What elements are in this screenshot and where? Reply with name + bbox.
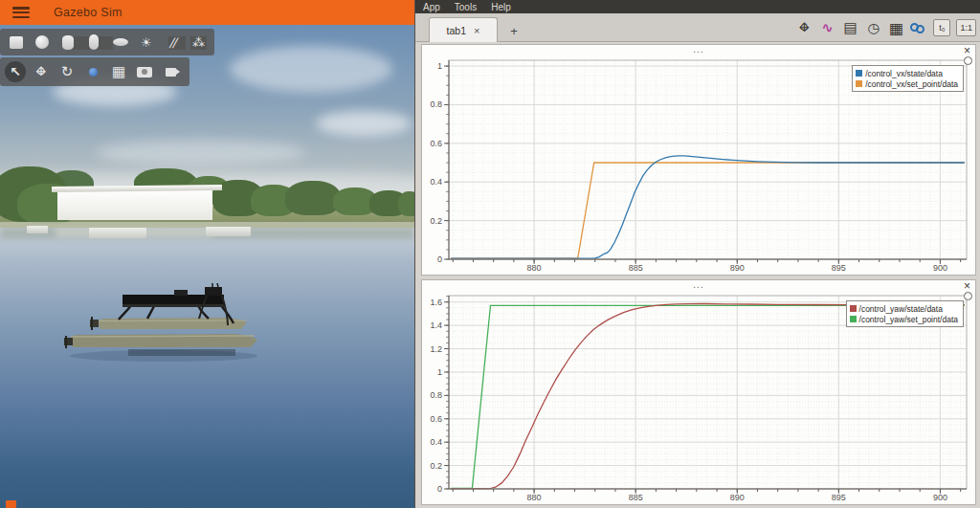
clock-icon: ◷ (867, 20, 879, 35)
svg-text:1.6: 1.6 (430, 298, 442, 307)
legend-swatch (856, 80, 862, 87)
legend-entry[interactable]: /control_yaw/state/data (850, 303, 958, 314)
svg-text:1.2: 1.2 (430, 344, 442, 354)
grid-view-button[interactable]: ▦ (108, 61, 129, 82)
pan-plot-button[interactable]: ↔↕ (795, 19, 813, 36)
screen: Gazebo Sim (0, 0, 980, 508)
camera-icon (137, 67, 152, 77)
svg-text:0.8: 0.8 (430, 390, 442, 400)
sphere-shape-button[interactable] (32, 32, 52, 53)
svg-text:0.8: 0.8 (430, 99, 442, 109)
cloud (316, 111, 412, 136)
wamv-boat[interactable] (63, 283, 269, 364)
dock-block (27, 226, 48, 233)
gazebo-titlebar: Gazebo Sim (0, 0, 414, 25)
gazebo-window: Gazebo Sim (0, 0, 414, 508)
point-light-button[interactable]: ☀ (136, 32, 156, 53)
gazebo-viewport[interactable]: ☀ ∕∕ ⁂ ↖ ↔↕ ↻ ▦ (0, 25, 414, 508)
screenshot-button[interactable] (134, 61, 155, 82)
sphere-marker-button[interactable] (82, 61, 103, 82)
grid-icon: ▦ (889, 19, 903, 37)
legend-entry[interactable]: /control_vx/set_point/data (856, 78, 958, 89)
svg-text:0: 0 (437, 484, 442, 494)
svg-text:900: 900 (933, 493, 947, 502)
curve-icon: ∿ (821, 19, 834, 36)
ellipsoid-icon (113, 38, 128, 46)
svg-text:0: 0 (437, 254, 442, 264)
cloud (230, 46, 392, 92)
edit-toolbar: ↖ ↔↕ ↻ ▦ (0, 57, 189, 86)
svg-text:880: 880 (527, 493, 542, 502)
select-tool-button[interactable]: ↖ (5, 61, 26, 82)
legend-entry[interactable]: /control_vx/state/data (856, 68, 958, 78)
plot-corner-handle[interactable] (964, 292, 972, 300)
svg-text:1.4: 1.4 (430, 320, 442, 330)
svg-text:890: 890 (730, 493, 745, 502)
directional-light-button[interactable]: ∕∕ (163, 32, 183, 53)
capsule-shape-button[interactable] (84, 32, 104, 53)
legend-entry[interactable]: /control_yaw/set_point/data (850, 314, 958, 324)
menu-tools[interactable]: Tools (455, 2, 477, 12)
svg-text:0.6: 0.6 (430, 139, 442, 148)
building (57, 189, 212, 220)
svg-text:1: 1 (437, 367, 442, 377)
menubar: App Tools Help (415, 0, 980, 13)
svg-text:885: 885 (629, 493, 643, 502)
spot-light-icon: ⁂ (192, 35, 205, 50)
svg-text:0.2: 0.2 (430, 216, 442, 226)
box-icon (10, 36, 23, 49)
hamburger-menu-icon[interactable] (12, 7, 30, 18)
translate-icon: ↔↕ (33, 63, 50, 80)
grid-icon: ▦ (112, 63, 125, 80)
record-video-button[interactable] (160, 61, 181, 82)
shapes-toolbar: ☀ ∕∕ ⁂ (0, 29, 214, 55)
cloud (96, 140, 306, 165)
list-icon: ▤ (843, 19, 857, 36)
cursor-icon: ↖ (10, 64, 21, 79)
tabbar: tab1 × + ↔↕ ∿ ▤ ◷ ▦ t₀ 1:1 (415, 13, 980, 42)
t0-button[interactable]: t₀ (933, 19, 950, 36)
svg-text:890: 890 (730, 263, 745, 273)
plot-corner-handle[interactable] (964, 56, 972, 65)
plotjuggler-window: App Tools Help tab1 × + ↔↕ ∿ ▤ ◷ ▦ (414, 0, 980, 508)
buffer-clock-button[interactable]: ◷ (864, 19, 881, 36)
plot-title[interactable]: ... (422, 279, 975, 290)
legend-swatch (850, 305, 857, 312)
grid-layout-button[interactable]: ▦ (887, 19, 904, 36)
capsule-icon (89, 34, 99, 50)
svg-text:0.2: 0.2 (430, 461, 442, 471)
legend-list-button[interactable]: ▤ (841, 19, 858, 36)
orange-corner-artifact (6, 500, 16, 508)
spot-light-button[interactable]: ⁂ (189, 32, 209, 53)
svg-text:895: 895 (832, 493, 846, 502)
cylinder-icon (62, 35, 74, 50)
menu-app[interactable]: App (423, 2, 440, 12)
gazebo-title: Gazebo Sim (54, 6, 122, 19)
directional-light-icon: ∕∕ (169, 35, 176, 50)
svg-text:0.4: 0.4 (430, 177, 442, 187)
svg-text:895: 895 (832, 263, 846, 273)
legend-swatch (850, 316, 857, 322)
box-shape-button[interactable] (6, 32, 26, 53)
new-tab-button[interactable]: + (503, 21, 524, 40)
menu-help[interactable]: Help (491, 2, 511, 12)
link-axes-button[interactable] (910, 19, 927, 36)
svg-text:1: 1 (437, 61, 442, 71)
plot-title[interactable]: ... (422, 44, 975, 55)
tree (398, 191, 414, 216)
rotate-tool-button[interactable]: ↻ (56, 61, 78, 82)
tab-close-icon[interactable]: × (474, 25, 479, 36)
svg-text:885: 885 (629, 263, 643, 273)
svg-text:0.6: 0.6 (430, 414, 442, 424)
svg-text:900: 900 (933, 263, 947, 273)
cylinder-shape-button[interactable] (58, 32, 78, 53)
svg-text:0.4: 0.4 (430, 437, 442, 447)
plot-widget-vx[interactable]: ... × /control_vx/state/data /control_vx… (421, 44, 976, 276)
curve-editor-button[interactable]: ∿ (818, 19, 835, 36)
plot-widget-yaw[interactable]: ... × /control_yaw/state/data /control_y… (421, 279, 976, 505)
translate-tool-button[interactable]: ↔↕ (31, 61, 52, 82)
sphere-icon (35, 35, 49, 49)
tab-tab1[interactable]: tab1 × (429, 17, 498, 42)
ratio-1-1-button[interactable]: 1:1 (956, 19, 976, 36)
ellipsoid-shape-button[interactable] (110, 32, 130, 53)
